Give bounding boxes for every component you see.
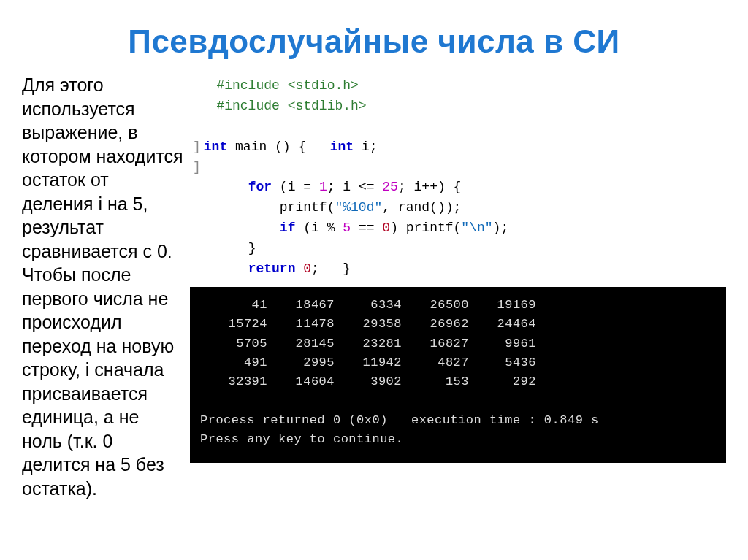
- right-column: #include <stdio.h> #include <stdlib.h> ]…: [190, 73, 726, 500]
- preproc: #include <stdlib.h>: [216, 99, 366, 113]
- process-return-line: Process returned 0 (0x0) execution time …: [200, 413, 599, 427]
- slide: Псевдослучайные числа в СИ Для этого исп…: [0, 0, 748, 560]
- table-row: 411846763342650019169: [200, 296, 716, 315]
- body-columns: Для этого используется выражение, в кото…: [22, 73, 726, 500]
- table-row: 1572411478293582696224464: [200, 315, 716, 334]
- preproc: #include <stdio.h>: [216, 78, 358, 93]
- explanation-text: Для этого используется выражение, в кото…: [22, 73, 184, 500]
- code-block: #include <stdio.h> #include <stdlib.h> ]…: [190, 73, 726, 287]
- table-row: 57052814523281168279961: [200, 334, 716, 353]
- console-output: 4118467633426500191691572411478293582696…: [190, 287, 726, 463]
- table-row: 32391146043902153292: [200, 372, 716, 391]
- press-key-line: Press any key to continue.: [200, 432, 403, 446]
- table-row: 49129951194248275436: [200, 353, 716, 372]
- page-title: Псевдослучайные числа в СИ: [22, 23, 726, 60]
